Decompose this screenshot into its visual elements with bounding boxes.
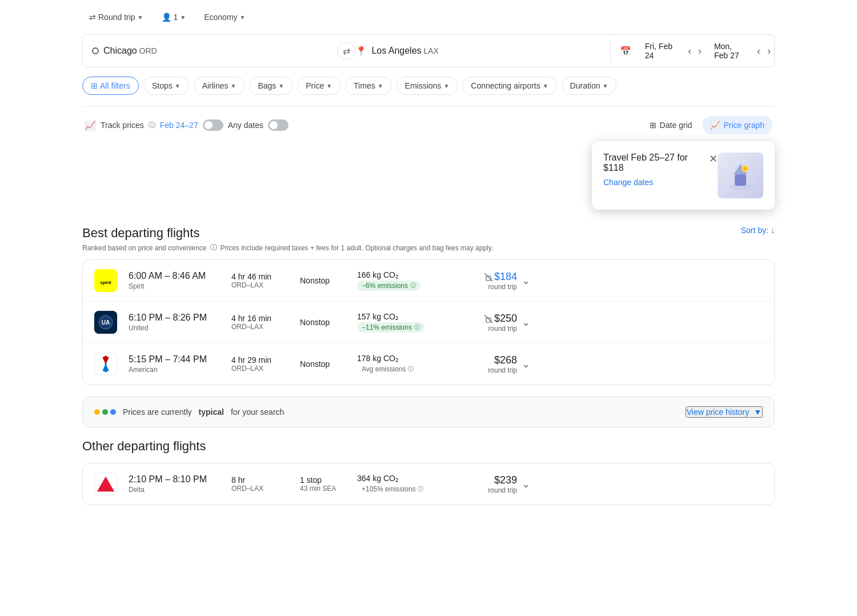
trip-type-label: Round trip [98, 13, 135, 22]
duration-chevron: ▼ [603, 83, 608, 89]
price-tooltip-popup: Travel Feb 25–27 for $118 Change dates ✕ [592, 141, 775, 210]
airlines-chevron: ▼ [231, 83, 237, 89]
price-main: $239 [448, 474, 517, 486]
flight-row[interactable]: UA 6:10 PM – 8:26 PM United 4 hr 16 min … [83, 302, 774, 343]
sort-label: Sort by: [741, 226, 768, 235]
price-sub: round trip [448, 283, 517, 291]
stops-filter-button[interactable]: Stops ▼ [143, 77, 189, 95]
airline-logo [94, 353, 117, 375]
destination-city: Los Angeles [371, 46, 421, 55]
flight-times: 6:10 PM – 8:26 PM United [129, 313, 231, 332]
return-date-field[interactable]: Mon, Feb 27 [705, 35, 754, 67]
duration-filter-label: Duration [570, 81, 600, 90]
track-prices-toggle[interactable] [203, 119, 223, 131]
date-grid-button[interactable]: ⊞ Date grid [642, 116, 700, 134]
destination-field[interactable]: 📍 Los Angeles LAX [346, 39, 610, 63]
duration-text: 4 hr 16 min [231, 314, 300, 323]
duration-filter-button[interactable]: Duration ▼ [562, 77, 617, 95]
change-dates-link[interactable]: Change dates [603, 178, 653, 187]
view-price-history-button[interactable]: View price history ▼ [686, 406, 763, 418]
times-filter-label: Times [354, 81, 375, 90]
flight-row[interactable]: 2:10 PM – 8:10 PM Delta 8 hr ORD–LAX 1 s… [83, 463, 774, 505]
stops-filter-label: Stops [152, 81, 173, 90]
expand-flight-button[interactable]: ⌄ [517, 353, 535, 375]
any-dates-toggle[interactable] [268, 119, 289, 131]
emissions-filter-button[interactable]: Emissions ▼ [397, 77, 458, 95]
airline-logo: UA [94, 311, 117, 334]
section-subtitle: Ranked based on price and convenience ⓘ … [82, 243, 741, 253]
svg-text:spirit: spirit [100, 280, 111, 285]
route-text: ORD–LAX [231, 281, 300, 289]
origin-dot-icon [92, 47, 99, 54]
passengers-button[interactable]: 👤 1 ▼ [155, 9, 193, 25]
return-next-button[interactable]: › [764, 41, 774, 62]
flight-duration: 8 hr ORD–LAX [231, 475, 300, 493]
route-text: ORD–LAX [231, 485, 300, 493]
tooltip-title: Travel Feb 25–27 for $118 [603, 153, 702, 173]
flight-emissions: 178 kg CO₂ Avg emissions ⓘ [357, 354, 448, 374]
expand-flight-button[interactable]: ⌄ [517, 270, 535, 291]
destination-pin-icon: 📍 [355, 46, 367, 57]
price-main: $184 [448, 271, 517, 283]
best-flights-header: Best departing flights Ranked based on p… [82, 226, 775, 255]
airlines-filter-button[interactable]: Airlines ▼ [194, 77, 245, 95]
times-filter-button[interactable]: Times ▼ [345, 77, 392, 95]
price-sub: round trip [448, 366, 517, 374]
airline-name: American [129, 366, 231, 374]
track-prices-info-icon[interactable]: ⓘ [149, 121, 155, 130]
swap-icon: ⇄ [89, 13, 96, 22]
ranked-info-icon[interactable]: ⓘ [210, 243, 217, 253]
flight-row[interactable]: spirit 6:00 AM – 8:46 AM Spirit 4 hr 46 … [83, 260, 774, 302]
flight-time-range: 2:10 PM – 8:10 PM [129, 474, 231, 485]
stops-text: Nonstop [300, 318, 357, 327]
route-text: ORD–LAX [231, 365, 300, 373]
bags-filter-label: Bags [258, 81, 276, 90]
stops-text: Nonstop [300, 276, 357, 285]
sort-button[interactable]: Sort by: ↓ [741, 226, 775, 235]
view-price-history-chevron: ▼ [754, 407, 762, 417]
svg-rect-1 [735, 174, 746, 186]
price-hist-left: Prices are currently typical for your se… [94, 407, 284, 417]
bags-filter-button[interactable]: Bags ▼ [249, 77, 293, 95]
flight-price: $184 round trip [448, 271, 517, 291]
connecting-airports-filter-button[interactable]: Connecting airports ▼ [462, 77, 556, 95]
price-sub: round trip [448, 486, 517, 494]
return-date: Mon, Feb 27 [714, 42, 744, 60]
view-buttons: ⊞ Date grid 📈 Price graph [642, 116, 772, 134]
stops-chevron: ▼ [175, 83, 181, 89]
origin-field[interactable]: Chicago ORD [83, 39, 346, 63]
return-prev-button[interactable]: ‹ [754, 41, 764, 62]
flight-emissions: 157 kg CO₂ −11% emissions ⓘ [357, 312, 448, 333]
depart-prev-button[interactable]: ‹ [684, 41, 695, 62]
flight-duration: 4 hr 16 min ORD–LAX [231, 314, 300, 331]
route-text: ORD–LAX [231, 323, 300, 331]
expand-flight-button[interactable]: ⌄ [517, 473, 535, 495]
emissions-badge: +105% emissions ⓘ [357, 484, 428, 494]
top-bar: ⇄ Round trip ▼ 👤 1 ▼ Economy ▼ [82, 9, 775, 25]
depart-next-button[interactable]: › [695, 41, 705, 62]
flight-time-range: 6:10 PM – 8:26 PM [129, 313, 231, 323]
expand-flight-button[interactable]: ⌄ [517, 311, 535, 333]
price-graph-button[interactable]: 📈 Price graph [702, 116, 772, 134]
airline-name: Spirit [129, 282, 231, 290]
emissions-value: 157 kg CO₂ [357, 312, 448, 321]
sliders-icon: ⊞ [91, 81, 98, 90]
depart-date-field[interactable]: Fri, Feb 24 [636, 35, 684, 67]
price-graph-icon: 📈 [710, 121, 720, 130]
trip-type-button[interactable]: ⇄ Round trip ▼ [82, 9, 150, 25]
tooltip-close-button[interactable]: ✕ [709, 153, 718, 165]
airline-logo [94, 473, 117, 495]
price-filter-button[interactable]: Price ▼ [297, 77, 341, 95]
tooltip-content: Travel Feb 25–27 for $118 Change dates [603, 153, 702, 187]
depart-date: Fri, Feb 24 [645, 42, 675, 60]
all-filters-button[interactable]: ⊞ All filters [82, 77, 139, 95]
flight-row[interactable]: 5:15 PM – 7:44 PM American 4 hr 29 min O… [83, 343, 774, 385]
depart-date-nav: ‹ › [684, 41, 705, 62]
emissions-value: 364 kg CO₂ [357, 474, 448, 483]
airlines-filter-label: Airlines [202, 81, 229, 90]
cabin-class-button[interactable]: Economy ▼ [197, 9, 252, 25]
any-dates-toggle-slider [268, 119, 289, 131]
duration-text: 8 hr [231, 475, 300, 485]
emissions-filter-label: Emissions [405, 81, 442, 90]
other-flights-list: 2:10 PM – 8:10 PM Delta 8 hr ORD–LAX 1 s… [82, 463, 775, 505]
